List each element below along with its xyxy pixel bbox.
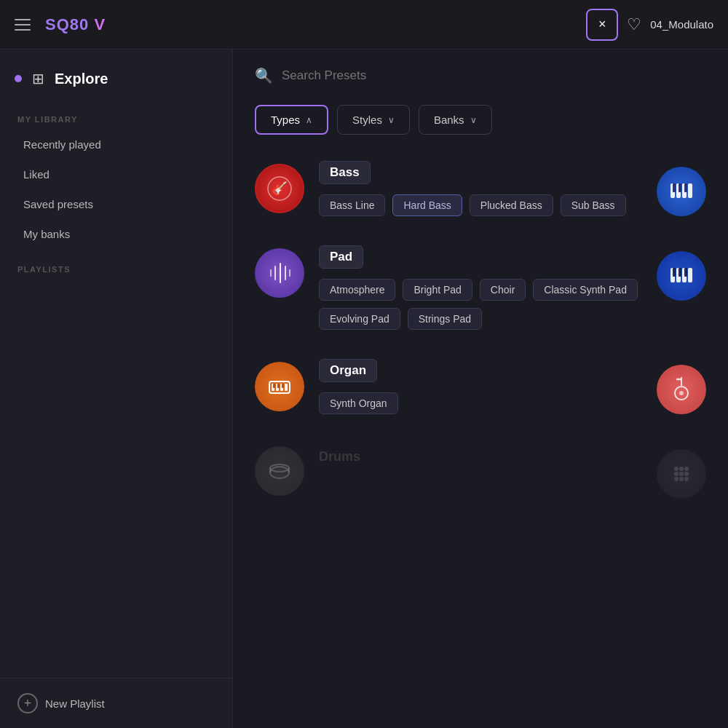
app-logo: SQ80 V: [45, 15, 106, 34]
tag-synth-organ[interactable]: Synth Organ: [319, 392, 398, 414]
svg-text:🎸: 🎸: [272, 181, 288, 197]
svg-point-43: [674, 477, 678, 481]
drums-icon[interactable]: [255, 446, 304, 496]
svg-rect-10: [274, 266, 276, 280]
new-playlist-button[interactable]: + New Playlist: [17, 693, 105, 713]
svg-point-45: [684, 477, 689, 481]
tag-bass-line[interactable]: Bass Line: [319, 194, 385, 216]
svg-point-42: [684, 472, 689, 476]
svg-rect-12: [270, 269, 272, 277]
pad-right-icon: [657, 251, 706, 301]
pad-icon[interactable]: [255, 248, 304, 298]
organ-content: Organ Synth Organ: [319, 359, 657, 414]
playlists-label: PLAYLISTS: [0, 249, 232, 280]
hamburger-menu[interactable]: [15, 19, 31, 31]
sidebar-bottom: + New Playlist: [0, 678, 232, 728]
banks-label: Banks: [434, 114, 464, 126]
bass-right-icon: [657, 167, 706, 216]
pad-tags-row: Atmosphere Bright Pad Choir Classic Synt…: [319, 279, 657, 330]
sidebar: ⊞ Explore MY LIBRARY Recently played Lik…: [0, 50, 233, 728]
close-button[interactable]: ×: [586, 9, 618, 41]
svg-point-37: [674, 467, 678, 471]
svg-rect-9: [280, 263, 281, 283]
organ-category-row: Organ Synth Organ: [255, 359, 706, 414]
svg-point-41: [679, 472, 684, 476]
svg-rect-17: [688, 268, 692, 282]
tag-classic-synth-pad[interactable]: Classic Synth Pad: [533, 279, 638, 301]
tag-strings-pad[interactable]: Strings Pad: [408, 308, 482, 330]
sidebar-item-my-banks[interactable]: My banks: [0, 219, 232, 249]
tag-evolving-pad[interactable]: Evolving Pad: [319, 308, 400, 330]
svg-rect-28: [282, 384, 284, 388]
bass-name[interactable]: Bass: [319, 161, 371, 184]
logo-sq80: SQ80: [45, 15, 89, 33]
pad-content: Pad Atmosphere Bright Pad Choir Classic …: [319, 245, 657, 330]
logo-v: V: [89, 15, 106, 33]
organ-name[interactable]: Organ: [319, 359, 377, 382]
organ-side-icon: [657, 359, 706, 414]
bass-content: Bass Bass Line Hard Bass Plucked Bass Su…: [319, 161, 657, 216]
search-icon: 🔍: [255, 67, 273, 84]
heart-icon: ♡: [627, 15, 641, 34]
pad-name-row: Pad: [319, 245, 657, 269]
search-input[interactable]: [282, 68, 706, 83]
svg-point-39: [684, 467, 689, 471]
svg-point-32: [679, 391, 684, 395]
bass-icon[interactable]: 🎸: [255, 164, 304, 213]
svg-rect-19: [678, 268, 681, 277]
svg-rect-25: [285, 384, 288, 391]
drums-category-row: Drums: [255, 443, 706, 499]
types-label: Types: [271, 114, 300, 126]
explore-dot: [15, 75, 22, 82]
preset-name: 04_Modulato: [650, 18, 713, 31]
grid-icon: ⊞: [32, 70, 44, 87]
svg-rect-8: [684, 183, 687, 192]
drums-name-row: Drums: [319, 443, 657, 464]
explore-section[interactable]: ⊞ Explore: [0, 50, 232, 102]
tag-atmosphere[interactable]: Atmosphere: [319, 279, 395, 301]
drums-category-main: Drums: [255, 443, 657, 496]
types-chevron-icon: ∧: [306, 115, 312, 125]
tag-sub-bass[interactable]: Sub Bass: [561, 194, 626, 216]
svg-rect-13: [289, 269, 290, 277]
my-library-label: MY LIBRARY: [0, 102, 232, 130]
styles-label: Styles: [352, 114, 382, 126]
tag-bright-pad[interactable]: Bright Pad: [403, 279, 472, 301]
bass-side-icon: [657, 161, 706, 216]
pad-name[interactable]: Pad: [319, 245, 363, 269]
tag-plucked-bass[interactable]: Plucked Bass: [470, 194, 553, 216]
drums-content: Drums: [319, 443, 657, 475]
types-filter-button[interactable]: Types ∧: [255, 105, 328, 135]
sidebar-item-saved-presets[interactable]: Saved presets: [0, 189, 232, 219]
drums-right-icon: [657, 449, 706, 499]
svg-point-40: [674, 472, 678, 476]
svg-rect-20: [684, 268, 687, 277]
organ-icon[interactable]: [255, 362, 304, 411]
banks-filter-button[interactable]: Banks ∨: [419, 105, 492, 135]
sidebar-item-liked[interactable]: Liked: [0, 159, 232, 189]
search-bar: 🔍: [255, 67, 706, 84]
sidebar-item-recently-played[interactable]: Recently played: [0, 130, 232, 159]
banks-chevron-icon: ∨: [470, 115, 477, 125]
organ-category-main: Organ Synth Organ: [255, 359, 657, 414]
svg-point-44: [679, 477, 684, 481]
svg-rect-7: [678, 183, 681, 192]
organ-right-icon: [657, 365, 706, 414]
pad-category-main: Pad Atmosphere Bright Pad Choir Classic …: [255, 245, 657, 330]
organ-tags-row: Synth Organ: [319, 392, 657, 414]
topbar: SQ80 V × ♡ 04_Modulato: [0, 0, 728, 50]
tag-choir[interactable]: Choir: [480, 279, 526, 301]
styles-filter-button[interactable]: Styles ∨: [337, 105, 410, 135]
topbar-right: × ♡ 04_Modulato: [586, 9, 713, 41]
new-playlist-label: New Playlist: [45, 697, 105, 710]
drums-side-icon: [657, 443, 706, 499]
svg-rect-27: [277, 384, 280, 388]
bass-category-main: 🎸 Bass Bass Line Hard Bass Plucked Bass …: [255, 161, 657, 216]
organ-name-row: Organ: [319, 359, 657, 382]
pad-side-icon: [657, 245, 706, 301]
bass-category-row: 🎸 Bass Bass Line Hard Bass Plucked Bass …: [255, 161, 706, 216]
bass-name-row: Bass: [319, 161, 657, 184]
main-content: 🔍 Types ∧ Styles ∨ Banks ∨: [233, 50, 728, 728]
tag-hard-bass[interactable]: Hard Bass: [392, 194, 462, 216]
heart-button[interactable]: ♡: [627, 15, 641, 34]
